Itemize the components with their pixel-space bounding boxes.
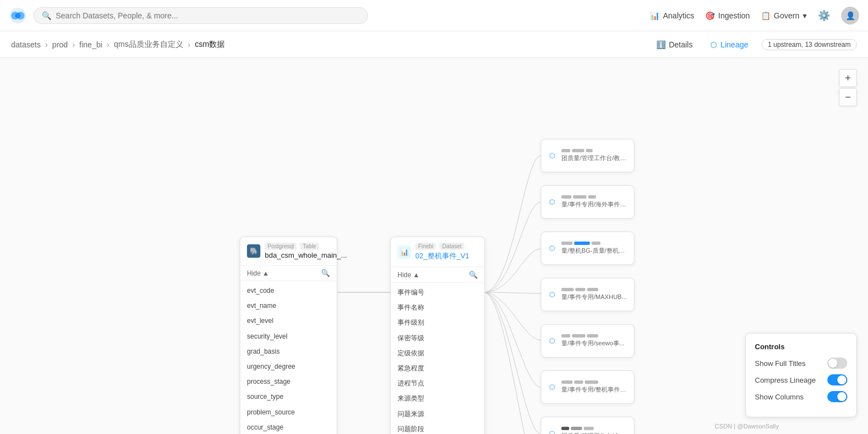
ds-content-6: 量/事件专用/整机事件&费... — [561, 380, 628, 394]
field-urgency-degree: urgency_degree — [240, 359, 337, 374]
ingestion-icon: 🎯 — [705, 11, 715, 20]
field-level-basis: 定级依据 — [391, 346, 484, 361]
ds-icon-5: ⬡ — [547, 336, 557, 346]
ds-icon-6: ⬡ — [547, 382, 557, 392]
lineage-canvas: 🐘 Postgresql Table bda_csm_whole_main_..… — [0, 58, 868, 434]
show-full-titles-toggle[interactable] — [827, 358, 847, 369]
lineage-count: 1 upstream, 13 downstream — [762, 39, 857, 50]
show-full-titles-label: Show Full Titles — [755, 359, 806, 368]
ds-icon-7: ⬡ — [547, 428, 557, 434]
separator-1: › — [45, 40, 48, 49]
ds-content-2: 量/事件专用/海外事件&费... — [561, 195, 628, 209]
controls-title: Controls — [755, 343, 847, 351]
chevron-up-icon-2: ▲ — [413, 271, 420, 279]
middle-type-2: Dataset — [439, 243, 464, 250]
search-icon: 🔍 — [42, 11, 51, 20]
field-evt-num: 事件编号 — [391, 285, 484, 300]
downstream-node-4[interactable]: ⬡ 量/事件专用/MAXHUB... — [541, 278, 634, 311]
settings-button[interactable]: ⚙️ — [818, 9, 830, 22]
middle-hide-button[interactable]: Hide ▲ — [397, 271, 420, 279]
ingestion-nav[interactable]: 🎯 Ingestion — [705, 11, 750, 20]
middle-node-title[interactable]: 02_整机事件_V1 — [415, 251, 469, 261]
breadcrumb-datasets[interactable]: datasets — [11, 40, 41, 49]
downstream-node-2[interactable]: ⬡ 量/事件专用/海外事件&费... — [541, 185, 634, 219]
ds-name-1: 团质量/管理工作台/教育质... — [561, 154, 628, 162]
ds-name-6: 量/事件专用/整机事件&费... — [561, 385, 628, 394]
field-evt-level: evt_level — [240, 314, 337, 329]
details-icon: ℹ️ — [656, 40, 666, 49]
search-bar[interactable]: 🔍 — [33, 7, 368, 24]
show-columns-label: Show Columns — [755, 393, 803, 401]
separator-4: › — [188, 40, 191, 49]
watermark: CSDN | @DawsonSally — [715, 423, 779, 430]
chevron-down-icon: ▾ — [803, 11, 807, 20]
breadcrumb-qms[interactable]: qms品质业务自定义 — [114, 40, 183, 50]
ds-icon-4: ⬡ — [547, 290, 557, 300]
downstream-node-6[interactable]: ⬡ 量/事件专用/整机事件&费... — [541, 370, 634, 404]
breadcrumb-prod[interactable]: prod — [52, 40, 68, 49]
field-occur-stage: occur_stage — [240, 420, 337, 434]
ds-name-4: 量/事件专用/MAXHUB... — [561, 293, 628, 301]
lineage-icon: ⬡ — [710, 40, 717, 49]
field-evt-level-zh: 事件级别 — [391, 315, 484, 330]
search-input[interactable] — [56, 11, 360, 20]
govern-icon: 📋 — [761, 11, 770, 20]
source-type-1: Postgresql — [265, 243, 297, 250]
finebi-icon: 📊 — [397, 245, 411, 259]
show-full-titles-row: Show Full Titles — [755, 358, 847, 369]
ds-content-3: 量/整机BG-质量/整机质... — [561, 242, 628, 255]
ds-content-7: 团质量/管理工作台/企服质... — [561, 427, 628, 434]
source-node-header: 🐘 Postgresql Table bda_csm_whole_main_..… — [240, 237, 337, 266]
source-search-icon[interactable]: 🔍 — [321, 269, 330, 277]
govern-nav[interactable]: 📋 Govern ▾ — [761, 11, 807, 20]
ds-name-5: 量/事件专用/seewo事... — [561, 339, 628, 348]
ds-icon-3: ⬡ — [547, 243, 557, 253]
downstream-node-3[interactable]: ⬡ 量/整机BG-质量/整机质... — [541, 232, 634, 265]
postgres-icon: 🐘 — [247, 244, 260, 258]
zoom-in-button[interactable]: + — [839, 69, 857, 87]
field-problem-source-zh: 问题来源 — [391, 407, 484, 422]
source-hide-button[interactable]: Hide ▲ — [247, 269, 269, 277]
downstream-node-5[interactable]: ⬡ 量/事件专用/seewo事... — [541, 324, 634, 358]
breadcrumb-right: ℹ️ Details ⬡ Lineage 1 upstream, 13 down… — [652, 38, 857, 51]
field-source-type: source_type — [240, 389, 337, 404]
field-problem-stage: 问题阶段 — [391, 422, 484, 434]
compress-lineage-toggle[interactable] — [827, 374, 847, 385]
ds-name-7: 团质量/管理工作台/企服质... — [561, 432, 628, 434]
separator-2: › — [72, 40, 75, 49]
middle-fields: 事件编号 事件名称 事件级别 保密等级 定级依据 紧急程度 进程节点 来源类型 … — [391, 283, 484, 434]
logo[interactable] — [9, 7, 27, 25]
breadcrumb-current: csm数据 — [195, 40, 225, 50]
field-source-type-zh: 来源类型 — [391, 391, 484, 406]
ds-name-3: 量/整机BG-质量/整机质... — [561, 247, 628, 255]
separator-3: › — [107, 40, 110, 49]
field-secret-level: 保密等级 — [391, 331, 484, 346]
show-columns-toggle[interactable] — [827, 391, 847, 402]
zoom-out-button[interactable]: − — [839, 88, 857, 106]
ds-icon-1: ⬡ — [547, 151, 557, 161]
middle-search-icon[interactable]: 🔍 — [469, 271, 478, 279]
lineage-tab[interactable]: ⬡ Lineage — [706, 38, 753, 51]
source-node-title[interactable]: bda_csm_whole_main_... — [265, 251, 347, 259]
source-node: 🐘 Postgresql Table bda_csm_whole_main_..… — [240, 237, 337, 434]
ds-icon-2: ⬡ — [547, 197, 557, 207]
breadcrumb: datasets › prod › fine_bi › qms品质业务自定义 ›… — [0, 31, 868, 58]
ds-name-2: 量/事件专用/海外事件&费... — [561, 200, 628, 209]
details-tab[interactable]: ℹ️ Details — [652, 38, 697, 51]
svg-point-3 — [15, 13, 21, 18]
breadcrumb-fine-bi[interactable]: fine_bi — [79, 40, 102, 49]
compress-lineage-row: Compress Lineage — [755, 374, 847, 385]
header: 🔍 📊 Analytics 🎯 Ingestion 📋 Govern ▾ ⚙️ … — [0, 0, 868, 31]
middle-node: 📊 Finebi Dataset 02_整机事件_V1 Hide ▲ 🔍 事件编… — [390, 237, 485, 434]
downstream-node-1[interactable]: ⬡ 团质量/管理工作台/教育质... — [541, 139, 634, 172]
zoom-controls: + − — [839, 69, 857, 106]
analytics-nav[interactable]: 📊 Analytics — [650, 11, 694, 20]
field-grad-basis: grad_basis — [240, 344, 337, 359]
analytics-icon: 📊 — [650, 11, 660, 20]
source-type-2: Table — [300, 243, 319, 250]
ds-content-5: 量/事件专用/seewo事... — [561, 334, 628, 348]
user-avatar[interactable]: 👤 — [841, 7, 859, 25]
downstream-node-7[interactable]: ⬡ 团质量/管理工作台/企服质... — [541, 417, 634, 434]
header-right: 📊 Analytics 🎯 Ingestion 📋 Govern ▾ ⚙️ 👤 — [650, 7, 859, 25]
middle-node-controls: Hide ▲ 🔍 — [391, 267, 484, 283]
